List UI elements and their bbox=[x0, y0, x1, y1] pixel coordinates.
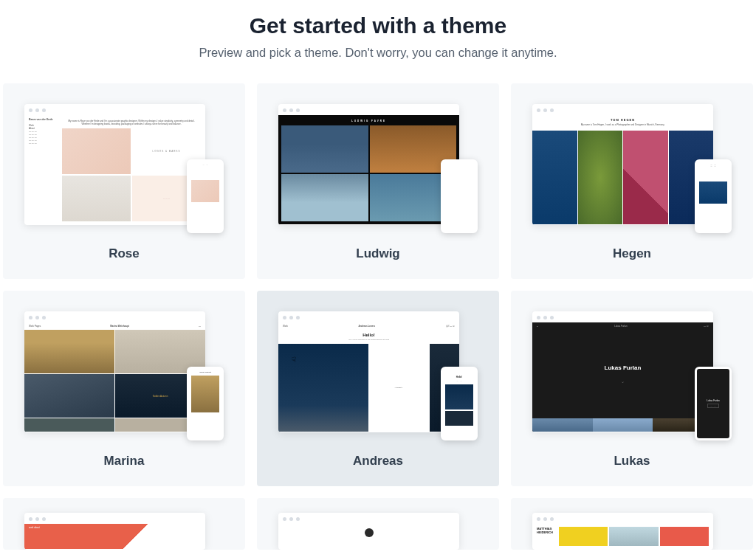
window-dots-icon bbox=[24, 513, 205, 524]
phone-mockup: Lukas Furlan — — — bbox=[695, 367, 732, 440]
theme-card-rose[interactable]: Beam van der Ende WorkAbout— — —— — —— —… bbox=[3, 83, 245, 279]
theme-name-label: Lukas bbox=[614, 454, 650, 469]
browser-mockup: TOM HEGEN My name is Tom Hegen, I work a… bbox=[532, 104, 713, 225]
theme-card-partial-2[interactable] bbox=[257, 498, 499, 550]
window-dots-icon bbox=[278, 513, 459, 524]
theme-grid: Beam van der Ende WorkAbout— — —— — —— —… bbox=[0, 83, 756, 553]
theme-preview: ≡Lukas Furlan⋯ ✉ Lukas Furlan ⌄ Lukas Fu… bbox=[532, 311, 732, 440]
theme-name-label: Rose bbox=[109, 246, 140, 261]
theme-preview: ☟ WorkAndreas LeversⒷ f ⋯ ✉ Hello! I'm a… bbox=[278, 311, 478, 440]
window-dots-icon bbox=[24, 104, 205, 115]
window-dots-icon bbox=[532, 311, 713, 322]
theme-card-partial-1[interactable]: work about— — bbox=[3, 498, 245, 550]
theme-card-andreas[interactable]: ☟ WorkAndreas LeversⒷ f ⋯ ✉ Hello! I'm a… bbox=[257, 291, 499, 486]
window-dots-icon bbox=[532, 513, 713, 524]
browser-mockup: WorkAndreas LeversⒷ f ⋯ ✉ Hello! I'm a v… bbox=[278, 311, 459, 432]
browser-mockup: Work PagesMarina Weishaupt⋯ Golden Autum… bbox=[24, 311, 205, 432]
page-title: Get started with a theme bbox=[0, 13, 756, 38]
phone-mockup: — — —— — — bbox=[695, 159, 732, 233]
theme-card-lukas[interactable]: ≡Lukas Furlan⋯ ✉ Lukas Furlan ⌄ Lukas Fu… bbox=[511, 291, 753, 486]
phone-mockup: Marina Weishaupt bbox=[187, 367, 224, 440]
theme-preview bbox=[278, 513, 478, 550]
chevron-down-icon: ⌄ bbox=[621, 378, 625, 384]
browser-mockup: ≡Lukas Furlan⋯ ✉ Lukas Furlan ⌄ bbox=[532, 311, 713, 432]
phone-mockup bbox=[441, 159, 478, 233]
theme-name-label: Hegen bbox=[613, 246, 651, 261]
window-dots-icon bbox=[278, 311, 459, 322]
theme-preview: TOM HEGEN My name is Tom Hegen, I work a… bbox=[532, 104, 732, 233]
browser-mockup: work about— — bbox=[24, 513, 205, 550]
browser-mockup: Beam van der Ende WorkAbout— — —— — —— —… bbox=[24, 104, 205, 225]
theme-card-hegen[interactable]: TOM HEGEN My name is Tom Hegen, I work a… bbox=[511, 83, 753, 279]
theme-preview: LUDWIG FAVRE bbox=[278, 104, 478, 233]
window-dots-icon bbox=[532, 104, 713, 115]
theme-preview: Beam van der Ende WorkAbout— — —— — —— —… bbox=[24, 104, 224, 233]
theme-card-marina[interactable]: Work PagesMarina Weishaupt⋯ Golden Autum… bbox=[3, 291, 245, 486]
phone-mockup: Hello! — — — bbox=[441, 367, 478, 440]
window-dots-icon bbox=[278, 104, 459, 115]
window-dots-icon bbox=[24, 311, 205, 322]
theme-preview: work about— — bbox=[24, 513, 224, 550]
theme-name-label: Marina bbox=[104, 454, 145, 469]
theme-name-label: Ludwig bbox=[356, 246, 399, 261]
theme-preview: MATTHIAS HEIDERICH bbox=[532, 513, 732, 550]
cursor-icon: ☟ bbox=[292, 356, 296, 364]
theme-preview: Work PagesMarina Weishaupt⋯ Golden Autum… bbox=[24, 311, 224, 440]
browser-mockup: LUDWIG FAVRE bbox=[278, 104, 459, 225]
phone-mockup: — — — bbox=[187, 159, 224, 233]
browser-mockup: MATTHIAS HEIDERICH bbox=[532, 513, 713, 550]
theme-card-ludwig[interactable]: LUDWIG FAVRE Ludwig bbox=[257, 83, 499, 279]
avatar-icon bbox=[365, 528, 374, 537]
page-header: Get started with a theme Preview and pic… bbox=[0, 0, 756, 83]
browser-mockup bbox=[278, 513, 459, 550]
page-subtitle: Preview and pick a theme. Don't worry, y… bbox=[0, 46, 756, 60]
theme-name-label: Andreas bbox=[353, 454, 403, 469]
theme-card-partial-3[interactable]: MATTHIAS HEIDERICH bbox=[511, 498, 753, 550]
